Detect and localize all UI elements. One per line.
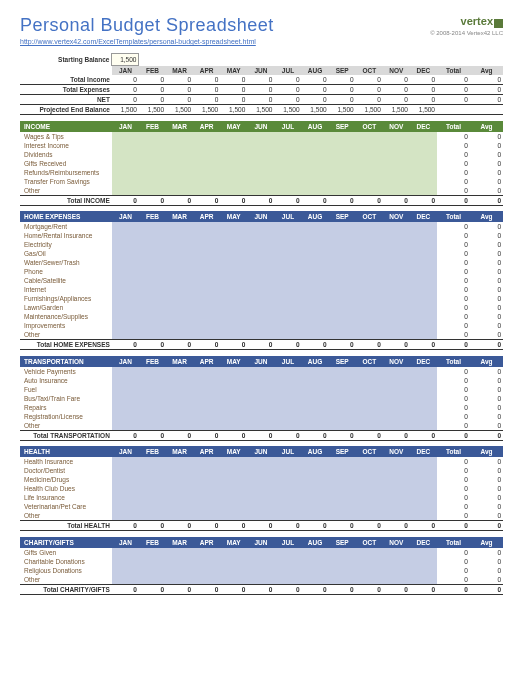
data-cell[interactable] <box>356 303 383 312</box>
data-cell[interactable] <box>139 168 166 177</box>
data-cell[interactable] <box>302 484 329 493</box>
data-cell[interactable] <box>383 548 410 557</box>
data-cell[interactable] <box>166 575 193 585</box>
data-cell[interactable] <box>193 132 220 141</box>
data-cell[interactable] <box>302 403 329 412</box>
data-cell[interactable] <box>247 457 274 466</box>
data-cell[interactable] <box>112 276 139 285</box>
data-cell[interactable] <box>410 484 437 493</box>
data-cell[interactable] <box>383 484 410 493</box>
data-cell[interactable] <box>193 321 220 330</box>
data-cell[interactable] <box>166 385 193 394</box>
data-cell[interactable] <box>247 222 274 231</box>
data-cell[interactable] <box>410 475 437 484</box>
data-cell[interactable] <box>274 132 301 141</box>
data-cell[interactable] <box>139 394 166 403</box>
data-cell[interactable] <box>112 249 139 258</box>
data-cell[interactable] <box>356 412 383 421</box>
data-cell[interactable] <box>302 303 329 312</box>
data-cell[interactable] <box>302 168 329 177</box>
data-cell[interactable] <box>356 475 383 484</box>
data-cell[interactable] <box>329 557 356 566</box>
data-cell[interactable] <box>274 141 301 150</box>
data-cell[interactable] <box>193 231 220 240</box>
data-cell[interactable] <box>166 484 193 493</box>
data-cell[interactable] <box>193 159 220 168</box>
data-cell[interactable] <box>112 141 139 150</box>
data-cell[interactable] <box>356 575 383 585</box>
data-cell[interactable] <box>410 557 437 566</box>
data-cell[interactable] <box>302 240 329 249</box>
data-cell[interactable] <box>166 548 193 557</box>
data-cell[interactable] <box>329 321 356 330</box>
data-cell[interactable] <box>139 321 166 330</box>
data-cell[interactable] <box>220 475 247 484</box>
data-cell[interactable] <box>112 294 139 303</box>
data-cell[interactable] <box>329 276 356 285</box>
data-cell[interactable] <box>329 249 356 258</box>
data-cell[interactable] <box>383 294 410 303</box>
data-cell[interactable] <box>302 141 329 150</box>
data-cell[interactable] <box>247 303 274 312</box>
data-cell[interactable] <box>410 141 437 150</box>
data-cell[interactable] <box>112 484 139 493</box>
data-cell[interactable] <box>193 548 220 557</box>
data-cell[interactable] <box>193 502 220 511</box>
data-cell[interactable] <box>302 330 329 340</box>
data-cell[interactable] <box>274 159 301 168</box>
data-cell[interactable] <box>356 150 383 159</box>
data-cell[interactable] <box>247 330 274 340</box>
data-cell[interactable] <box>193 240 220 249</box>
data-cell[interactable] <box>302 394 329 403</box>
data-cell[interactable] <box>274 548 301 557</box>
data-cell[interactable] <box>193 186 220 196</box>
data-cell[interactable] <box>220 502 247 511</box>
data-cell[interactable] <box>383 412 410 421</box>
data-cell[interactable] <box>166 403 193 412</box>
data-cell[interactable] <box>356 276 383 285</box>
data-cell[interactable] <box>410 493 437 502</box>
data-cell[interactable] <box>383 475 410 484</box>
data-cell[interactable] <box>247 548 274 557</box>
data-cell[interactable] <box>112 575 139 585</box>
data-cell[interactable] <box>193 493 220 502</box>
data-cell[interactable] <box>274 484 301 493</box>
data-cell[interactable] <box>329 330 356 340</box>
data-cell[interactable] <box>356 330 383 340</box>
data-cell[interactable] <box>329 312 356 321</box>
data-cell[interactable] <box>329 267 356 276</box>
data-cell[interactable] <box>329 168 356 177</box>
data-cell[interactable] <box>166 168 193 177</box>
data-cell[interactable] <box>112 285 139 294</box>
data-cell[interactable] <box>356 222 383 231</box>
data-cell[interactable] <box>112 231 139 240</box>
data-cell[interactable] <box>356 493 383 502</box>
data-cell[interactable] <box>302 475 329 484</box>
data-cell[interactable] <box>383 421 410 431</box>
data-cell[interactable] <box>274 330 301 340</box>
data-cell[interactable] <box>112 186 139 196</box>
data-cell[interactable] <box>220 412 247 421</box>
data-cell[interactable] <box>166 511 193 521</box>
data-cell[interactable] <box>139 258 166 267</box>
data-cell[interactable] <box>274 249 301 258</box>
data-cell[interactable] <box>247 575 274 585</box>
data-cell[interactable] <box>274 150 301 159</box>
data-cell[interactable] <box>410 150 437 159</box>
data-cell[interactable] <box>112 457 139 466</box>
data-cell[interactable] <box>220 484 247 493</box>
data-cell[interactable] <box>274 177 301 186</box>
data-cell[interactable] <box>383 267 410 276</box>
data-cell[interactable] <box>220 385 247 394</box>
data-cell[interactable] <box>220 457 247 466</box>
data-cell[interactable] <box>247 231 274 240</box>
data-cell[interactable] <box>383 493 410 502</box>
data-cell[interactable] <box>193 150 220 159</box>
data-cell[interactable] <box>410 412 437 421</box>
data-cell[interactable] <box>383 285 410 294</box>
data-cell[interactable] <box>383 240 410 249</box>
data-cell[interactable] <box>383 312 410 321</box>
data-cell[interactable] <box>356 267 383 276</box>
data-cell[interactable] <box>329 385 356 394</box>
data-cell[interactable] <box>247 267 274 276</box>
